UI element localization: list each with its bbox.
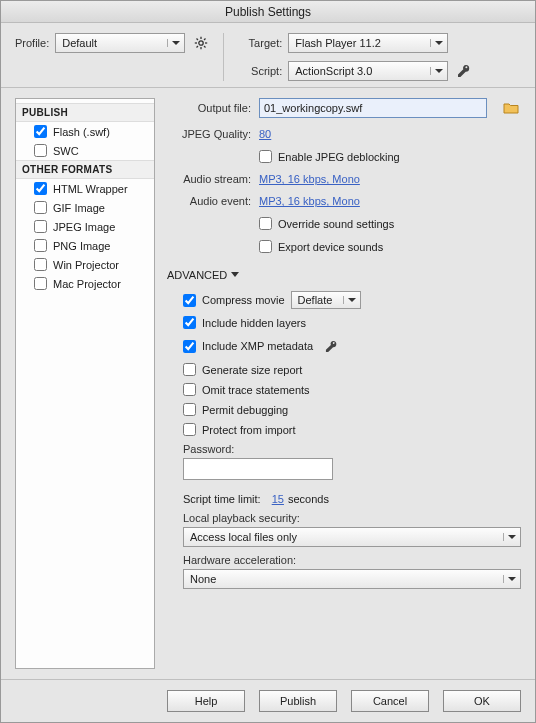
output-file-input[interactable] (259, 98, 487, 118)
publish-button[interactable]: Publish (259, 690, 337, 712)
gear-icon[interactable] (191, 33, 211, 53)
script-value: ActionScript 3.0 (295, 65, 372, 77)
chevron-down-icon (503, 533, 516, 541)
dialog-footer: Help Publish Cancel OK (1, 679, 535, 722)
advanced-header[interactable]: ADVANCED (167, 269, 521, 281)
local-playback-select[interactable]: Access local files only (183, 527, 521, 547)
sidebar-item-checkbox[interactable] (34, 125, 47, 138)
triangle-down-icon (231, 269, 239, 281)
jpeg-quality-label: JPEG Quality: (167, 128, 251, 140)
audio-stream-label: Audio stream: (167, 173, 251, 185)
sidebar-item-label: Win Projector (53, 259, 119, 271)
audio-event-value[interactable]: MP3, 16 kbps, Mono (259, 195, 360, 207)
password-label: Password: (183, 443, 521, 455)
svg-line-7 (204, 39, 206, 41)
main-panel: Output file: JPEG Quality: 80 Enable JPE… (167, 98, 521, 669)
folder-icon[interactable] (501, 98, 521, 118)
sidebar-item-checkbox[interactable] (34, 239, 47, 252)
advanced-label: ADVANCED (167, 269, 227, 281)
hidden-layers-label: Include hidden layers (202, 317, 306, 329)
dialog-body: PUBLISH Flash (.swf)SWC OTHER FORMATS HT… (1, 88, 535, 679)
local-playback-value: Access local files only (190, 531, 297, 543)
jpeg-quality-value[interactable]: 80 (259, 128, 271, 140)
svg-line-6 (204, 46, 206, 48)
sidebar-item-checkbox[interactable] (34, 182, 47, 195)
protect-import-label: Protect from import (202, 424, 296, 436)
script-label: Script: (238, 65, 282, 77)
sidebar-header-other: OTHER FORMATS (16, 160, 154, 179)
compress-movie-checkbox[interactable] (183, 294, 196, 307)
password-input[interactable] (183, 458, 333, 480)
sidebar-item-label: JPEG Image (53, 221, 115, 233)
wrench-icon[interactable] (454, 61, 474, 81)
size-report-label: Generate size report (202, 364, 302, 376)
sidebar-header-publish: PUBLISH (16, 103, 154, 122)
sidebar-item[interactable]: Flash (.swf) (16, 122, 154, 141)
sidebar-item-checkbox[interactable] (34, 144, 47, 157)
script-time-post: seconds (288, 493, 329, 505)
size-report-checkbox[interactable] (183, 363, 196, 376)
compress-movie-label: Compress movie (202, 294, 285, 306)
sidebar-item-label: HTML Wrapper (53, 183, 128, 195)
hw-accel-select[interactable]: None (183, 569, 521, 589)
publish-settings-window: Publish Settings Profile: Default Target… (0, 0, 536, 723)
script-time-pre: Script time limit: (183, 493, 261, 505)
protect-import-checkbox[interactable] (183, 423, 196, 436)
sidebar-item[interactable]: SWC (16, 141, 154, 160)
local-playback-label: Local playback security: (183, 512, 521, 524)
sidebar-item-label: Flash (.swf) (53, 126, 110, 138)
script-select[interactable]: ActionScript 3.0 (288, 61, 448, 81)
hw-accel-label: Hardware acceleration: (183, 554, 521, 566)
sidebar-item[interactable]: PNG Image (16, 236, 154, 255)
sidebar-item-checkbox[interactable] (34, 220, 47, 233)
target-select[interactable]: Flash Player 11.2 (288, 33, 448, 53)
sidebar-item-checkbox[interactable] (34, 277, 47, 290)
chevron-down-icon (503, 575, 516, 583)
permit-debug-label: Permit debugging (202, 404, 288, 416)
profile-label: Profile: (15, 37, 49, 49)
ok-button[interactable]: OK (443, 690, 521, 712)
sidebar-item[interactable]: HTML Wrapper (16, 179, 154, 198)
jpeg-deblock-label: Enable JPEG deblocking (278, 151, 400, 163)
sidebar-item[interactable]: GIF Image (16, 198, 154, 217)
sidebar-item-checkbox[interactable] (34, 201, 47, 214)
hw-accel-value: None (190, 573, 216, 585)
wrench-icon[interactable] (321, 336, 341, 356)
top-bar: Profile: Default Target: Flash Player 11… (1, 23, 535, 88)
help-button[interactable]: Help (167, 690, 245, 712)
hidden-layers-checkbox[interactable] (183, 316, 196, 329)
chevron-down-icon (430, 67, 443, 75)
sidebar-item-label: Mac Projector (53, 278, 121, 290)
compress-movie-select[interactable]: Deflate (291, 291, 361, 309)
formats-sidebar: PUBLISH Flash (.swf)SWC OTHER FORMATS HT… (15, 98, 155, 669)
svg-line-5 (197, 39, 199, 41)
cancel-button[interactable]: Cancel (351, 690, 429, 712)
sidebar-item-checkbox[interactable] (34, 258, 47, 271)
sidebar-item[interactable]: Win Projector (16, 255, 154, 274)
script-time-value[interactable]: 15 (272, 493, 284, 505)
target-label: Target: (238, 37, 282, 49)
omit-trace-label: Omit trace statements (202, 384, 310, 396)
compress-movie-value: Deflate (298, 294, 333, 306)
export-device-sounds-label: Export device sounds (278, 241, 383, 253)
omit-trace-checkbox[interactable] (183, 383, 196, 396)
jpeg-deblock-checkbox[interactable] (259, 150, 272, 163)
profile-select[interactable]: Default (55, 33, 185, 53)
window-title: Publish Settings (1, 1, 535, 23)
permit-debug-checkbox[interactable] (183, 403, 196, 416)
sidebar-item[interactable]: Mac Projector (16, 274, 154, 293)
output-file-label: Output file: (167, 102, 251, 114)
export-device-sounds-checkbox[interactable] (259, 240, 272, 253)
sidebar-item-label: PNG Image (53, 240, 110, 252)
svg-point-0 (199, 41, 203, 45)
target-value: Flash Player 11.2 (295, 37, 381, 49)
sidebar-item-label: SWC (53, 145, 79, 157)
override-sound-label: Override sound settings (278, 218, 394, 230)
sidebar-item[interactable]: JPEG Image (16, 217, 154, 236)
override-sound-checkbox[interactable] (259, 217, 272, 230)
chevron-down-icon (343, 296, 356, 304)
svg-line-8 (197, 46, 199, 48)
audio-stream-value[interactable]: MP3, 16 kbps, Mono (259, 173, 360, 185)
profile-value: Default (62, 37, 97, 49)
xmp-checkbox[interactable] (183, 340, 196, 353)
